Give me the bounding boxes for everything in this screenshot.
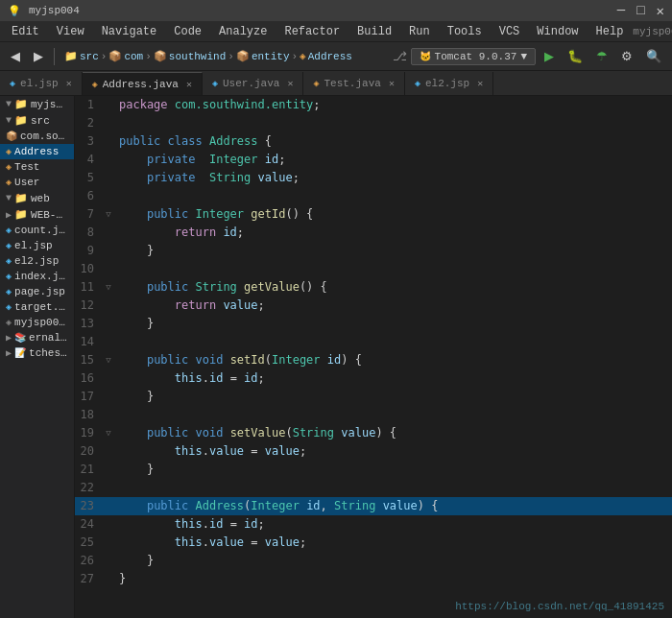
code-text-21[interactable]: } xyxy=(115,461,672,479)
menu-navigate[interactable]: Navigate xyxy=(94,23,165,40)
breadcrumb-southwind[interactable]: southwind xyxy=(169,51,226,62)
menu-edit[interactable]: Edit xyxy=(4,23,47,40)
code-text-3[interactable]: public class Address { xyxy=(115,132,672,151)
code-text-15[interactable]: public void setId(Integer id) { xyxy=(115,351,672,369)
tab-address-java-close[interactable]: ✕ xyxy=(186,79,192,90)
sidebar-item-el2-jsp[interactable]: ◈ el2.jsp xyxy=(0,253,74,269)
sidebar-item-el-jsp[interactable]: ◈ el.jsp xyxy=(0,238,74,253)
code-text-17[interactable]: } xyxy=(115,388,672,406)
coverage-button[interactable]: ☂ xyxy=(591,46,612,66)
sidebar-item-index-jsp[interactable]: ◈ index.jsp xyxy=(0,269,74,284)
breadcrumb: 📁 src › 📦 com › 📦 southwind › 📦 entity ›… xyxy=(64,50,352,62)
code-text-27[interactable]: } xyxy=(115,570,672,588)
code-text-12[interactable]: return value; xyxy=(115,297,672,315)
sidebar-item-scratches[interactable]: ▶ 📝 tches and Con... xyxy=(0,345,74,361)
code-text-24[interactable]: this.id = id; xyxy=(115,515,672,534)
sidebar-item-user[interactable]: ◈ User xyxy=(0,175,74,190)
debug-button[interactable]: 🐛 xyxy=(563,46,588,66)
code-text-8[interactable]: return id; xyxy=(115,224,672,242)
target-jsp-icon: ◈ xyxy=(6,301,12,313)
lib-icon: 📚 xyxy=(14,332,26,344)
main-content: ▼ 📁 myjsp004 ▼ 📁 src 📦 com.southwi... ◈ … xyxy=(0,96,672,618)
breadcrumb-icon-1: 📦 xyxy=(108,50,122,62)
sidebar-item-test[interactable]: ◈ Test xyxy=(0,159,74,175)
sidebar-item-webinf[interactable]: ▶ 📁 WEB-INF xyxy=(0,206,74,223)
tab-el2-jsp-close[interactable]: ✕ xyxy=(477,78,483,89)
run-config[interactable]: 🐱 Tomcat 9.0.37 ▼ xyxy=(411,48,536,65)
menu-window[interactable]: Window xyxy=(529,23,586,40)
code-text-25[interactable]: this.value = value; xyxy=(115,534,672,552)
menu-code[interactable]: Code xyxy=(166,23,209,40)
tab-test-java-close[interactable]: ✕ xyxy=(389,78,395,89)
code-text-22[interactable] xyxy=(115,479,672,497)
code-text-7[interactable]: public Integer getId() { xyxy=(115,205,672,224)
tab-el-jsp[interactable]: ◈ el.jsp ✕ xyxy=(0,72,83,95)
tab-user-java[interactable]: ◈ User.java ✕ xyxy=(203,72,303,95)
tab-bar: ◈ el.jsp ✕ ◈ Address.java ✕ ◈ User.java … xyxy=(0,71,672,96)
back-button[interactable]: ◀ xyxy=(6,46,25,66)
sidebar-item-libraries[interactable]: ▶ 📚 ernal Libraries xyxy=(0,330,74,345)
tab-user-java-close[interactable]: ✕ xyxy=(287,78,293,89)
code-text-13[interactable]: } xyxy=(115,315,672,333)
fold-19[interactable]: ▽ xyxy=(102,424,115,442)
minimize-button[interactable]: ─ xyxy=(617,3,625,18)
search-button[interactable]: 🔍 xyxy=(641,46,666,66)
el2-jsp-icon: ◈ xyxy=(415,78,420,89)
sidebar-item-count-jsp[interactable]: ◈ count.jsp xyxy=(0,223,74,238)
code-text-16[interactable]: this.id = id; xyxy=(115,369,672,388)
tab-address-java[interactable]: ◈ Address.java ✕ xyxy=(83,72,203,95)
settings-button[interactable]: ⚙ xyxy=(616,46,637,66)
code-text-20[interactable]: this.value = value; xyxy=(115,442,672,461)
sidebar-item-address[interactable]: ◈ Address xyxy=(0,144,74,159)
forward-button[interactable]: ▶ xyxy=(29,46,48,66)
breadcrumb-entity[interactable]: entity xyxy=(252,51,290,62)
code-text-14[interactable] xyxy=(115,333,672,351)
code-text-19[interactable]: public void setValue(String value) { xyxy=(115,424,672,442)
code-text-11[interactable]: public String getValue() { xyxy=(115,278,672,297)
tab-el2-jsp-label: el2.jsp xyxy=(425,78,469,89)
code-container[interactable]: 1 package com.southwind.entity; 2 3 publ… xyxy=(75,96,672,618)
code-text-1[interactable]: package com.southwind.entity; xyxy=(115,96,672,114)
web-icon: 📁 xyxy=(14,192,28,204)
fold-7[interactable]: ▽ xyxy=(102,205,115,224)
menu-refactor[interactable]: Refactor xyxy=(276,23,348,40)
menu-build[interactable]: Build xyxy=(349,23,399,40)
breadcrumb-address[interactable]: Address xyxy=(308,51,352,62)
sidebar-item-page-jsp[interactable]: ◈ page.jsp xyxy=(0,284,74,299)
fold-15[interactable]: ▽ xyxy=(102,351,115,369)
project-name-menu: myjsp004 xyxy=(633,26,672,37)
code-text-10[interactable] xyxy=(115,260,672,278)
code-text-9[interactable]: } xyxy=(115,242,672,260)
tab-el-jsp-close[interactable]: ✕ xyxy=(66,78,72,89)
code-text-23[interactable]: public Address(Integer id, String value)… xyxy=(115,497,672,515)
code-text-26[interactable]: } xyxy=(115,552,672,570)
editor-area: 1 package com.southwind.entity; 2 3 publ… xyxy=(75,96,672,618)
sidebar-item-src[interactable]: ▼ 📁 src xyxy=(0,112,74,129)
menu-help[interactable]: Help xyxy=(588,23,632,40)
menu-view[interactable]: View xyxy=(49,23,92,40)
tab-el2-jsp[interactable]: ◈ el2.jsp ✕ xyxy=(405,72,493,95)
sidebar-item-myjsp004[interactable]: ▼ 📁 myjsp004 xyxy=(0,96,74,112)
maximize-button[interactable]: □ xyxy=(636,3,644,18)
sidebar-item-target-jsp[interactable]: ◈ target.jsp xyxy=(0,299,74,315)
close-button[interactable]: ✕ xyxy=(657,3,664,19)
code-text-4[interactable]: private Integer id; xyxy=(115,151,672,169)
sidebar-item-iml[interactable]: ◈ myjsp004.iml xyxy=(0,315,74,330)
menu-analyze[interactable]: Analyze xyxy=(211,23,275,40)
breadcrumb-com[interactable]: com xyxy=(124,51,143,62)
tab-test-java[interactable]: ◈ Test.java ✕ xyxy=(303,72,404,95)
class-test-icon: ◈ xyxy=(6,161,12,173)
run-button[interactable]: ▶ xyxy=(540,46,559,66)
breadcrumb-src[interactable]: src xyxy=(80,51,99,62)
code-text-6[interactable] xyxy=(115,187,672,205)
fold-11[interactable]: ▽ xyxy=(102,278,115,297)
menu-run[interactable]: Run xyxy=(401,23,438,40)
menu-tools[interactable]: Tools xyxy=(440,23,490,40)
sidebar-item-package[interactable]: 📦 com.southwi... xyxy=(0,129,74,144)
code-text-18[interactable] xyxy=(115,406,672,424)
code-text-2[interactable] xyxy=(115,114,672,132)
menu-vcs[interactable]: VCS xyxy=(492,23,528,40)
sidebar-item-web[interactable]: ▼ 📁 web xyxy=(0,190,74,206)
code-line-21: 21 } xyxy=(75,461,672,479)
code-text-5[interactable]: private String value; xyxy=(115,169,672,187)
